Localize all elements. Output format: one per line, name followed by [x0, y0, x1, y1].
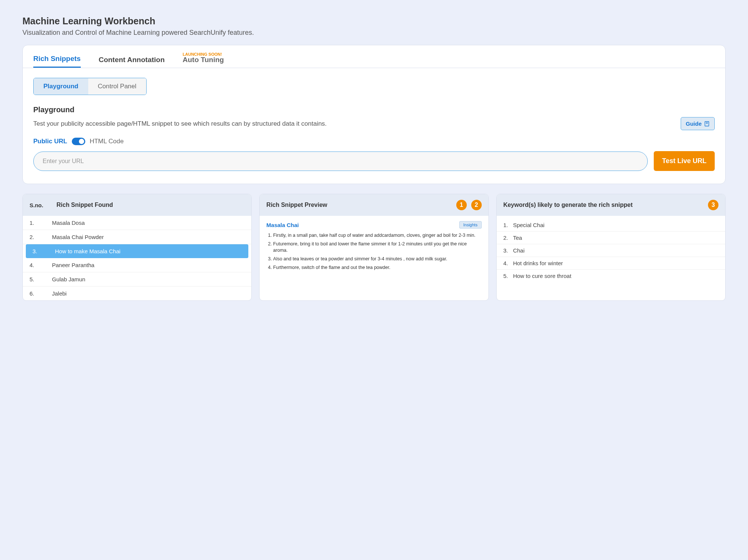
- results-row: S.no. Rich Snippet Found 1.Masala Dosa2.…: [22, 194, 726, 301]
- snippet-row[interactable]: 5.Gulab Jamun: [23, 272, 251, 287]
- insights-button[interactable]: Insights: [459, 221, 482, 229]
- snippet-row-label: Masala Chai Powder: [52, 234, 104, 240]
- card-body: Playground Control Panel Playground Test…: [23, 68, 725, 184]
- keyword-row: 4.Hot drinks for winter: [497, 257, 725, 270]
- keyword-row: 5.How to cure sore throat: [497, 270, 725, 282]
- keyword-row-label: Tea: [513, 235, 522, 241]
- subtab-control-panel[interactable]: Control Panel: [88, 78, 146, 95]
- snippet-preview-card: Rich Snippet Preview 1 2 Masala Chai Ins…: [259, 194, 488, 301]
- tabs: Rich Snippets Content Annotation LAUNCHI…: [23, 45, 725, 68]
- keywords-header: Keyword(s) likely to generate the rich s…: [503, 202, 703, 208]
- snippet-found-card: S.no. Rich Snippet Found 1.Masala Dosa2.…: [22, 194, 252, 301]
- keyword-row-index: 1.: [503, 222, 513, 228]
- snippet-row[interactable]: 2.Masala Chai Powder: [23, 230, 251, 244]
- keyword-row-label: How to cure sore throat: [513, 273, 571, 279]
- keyword-row: 3.Chai: [497, 244, 725, 257]
- section-description: Test your publicity accessible page/HTML…: [33, 120, 327, 128]
- snippet-row-label: Masala Dosa: [52, 220, 85, 226]
- book-icon: [704, 121, 710, 127]
- tab-auto-tuning[interactable]: LAUNCHING SOON! Auto Tuning: [183, 52, 224, 68]
- snippet-row-index: 1.: [30, 220, 52, 226]
- keyword-row-label: Hot drinks for winter: [513, 260, 563, 266]
- snippet-row-index: 2.: [30, 234, 52, 240]
- col-header-sno: S.no.: [30, 202, 52, 208]
- preview-title: Masala Chai: [266, 222, 299, 228]
- keyword-row-index: 2.: [503, 235, 513, 241]
- keyword-row: 1.Special Chai: [497, 219, 725, 232]
- input-mode-toggle[interactable]: [72, 138, 85, 145]
- snippet-row-label: How to make Masala Chai: [55, 248, 120, 254]
- tab-auto-tuning-label: Auto Tuning: [183, 56, 224, 64]
- snippet-preview-header: Rich Snippet Preview: [266, 202, 451, 208]
- preview-step: Furthermore, switch of the flame and out…: [273, 264, 481, 271]
- preview-badge-1: 1: [456, 200, 467, 210]
- main-card: Rich Snippets Content Annotation LAUNCHI…: [22, 45, 726, 184]
- tab-content-annotation[interactable]: Content Annotation: [99, 56, 165, 68]
- subtabs: Playground Control Panel: [33, 78, 147, 95]
- preview-step: Firstly, in a small pan, take half cup o…: [273, 232, 481, 239]
- keyword-list: 1.Special Chai2.Tea3.Chai4.Hot drinks fo…: [497, 216, 725, 285]
- snippet-row-index: 6.: [30, 290, 52, 297]
- snippet-row-index: 3.: [33, 248, 55, 254]
- snippet-row-label: Jalebi: [52, 290, 67, 297]
- input-mode-toggle-row: Public URL HTML Code: [33, 138, 715, 145]
- section-title: Playground: [33, 105, 715, 114]
- keywords-card: Keyword(s) likely to generate the rich s…: [496, 194, 726, 301]
- snippet-row[interactable]: 4.Paneer Parantha: [23, 258, 251, 272]
- snippet-row-label: Gulab Jamun: [52, 276, 85, 282]
- keyword-row: 2.Tea: [497, 232, 725, 244]
- keyword-row-index: 5.: [503, 273, 513, 279]
- keyword-row-label: Chai: [513, 247, 525, 254]
- snippet-row-index: 5.: [30, 276, 52, 282]
- subtab-playground[interactable]: Playground: [34, 78, 88, 95]
- snippet-list: 1.Masala Dosa2.Masala Chai Powder3.How t…: [23, 216, 251, 300]
- snippet-row[interactable]: 1.Masala Dosa: [23, 216, 251, 230]
- snippet-row[interactable]: 6.Jalebi: [23, 287, 251, 300]
- preview-step: Futuremore, bring it to boil and lower t…: [273, 241, 481, 254]
- preview-badge-2: 2: [471, 200, 482, 210]
- preview-step: Also and tea leaves or tea powder and si…: [273, 256, 481, 262]
- page-title: Machine Learning Workbench: [22, 16, 726, 27]
- tab-rich-snippets[interactable]: Rich Snippets: [33, 55, 81, 68]
- keywords-badge: 3: [708, 200, 718, 210]
- snippet-row-index: 4.: [30, 262, 52, 268]
- guide-button[interactable]: Guide: [681, 117, 715, 130]
- col-header-snippet-found: Rich Snippet Found: [56, 202, 245, 208]
- snippet-row[interactable]: 3.How to make Masala Chai: [26, 244, 248, 258]
- test-live-url-button[interactable]: Test Live URL: [654, 151, 715, 171]
- preview-steps: Firstly, in a small pan, take half cup o…: [266, 232, 481, 270]
- keyword-row-index: 3.: [503, 247, 513, 254]
- snippet-row-label: Paneer Parantha: [52, 262, 94, 268]
- keyword-row-label: Special Chai: [513, 222, 545, 228]
- url-input[interactable]: [33, 152, 648, 171]
- keyword-row-index: 4.: [503, 260, 513, 266]
- toggle-label-public-url[interactable]: Public URL: [33, 138, 67, 145]
- guide-button-label: Guide: [686, 120, 702, 127]
- toggle-label-html-code[interactable]: HTML Code: [90, 138, 124, 145]
- page-subtitle: Visualization and Control of Machine Lea…: [22, 29, 726, 37]
- url-row: Test Live URL: [33, 151, 715, 171]
